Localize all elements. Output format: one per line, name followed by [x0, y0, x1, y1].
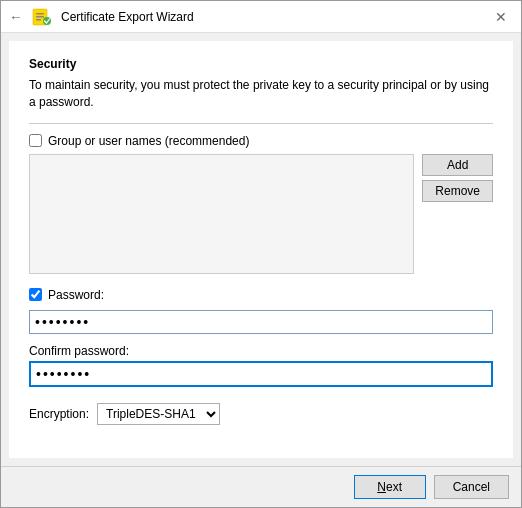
group-checkbox-label: Group or user names (recommended)	[48, 134, 249, 148]
remove-button[interactable]: Remove	[422, 180, 493, 202]
cancel-button[interactable]: Cancel	[434, 475, 509, 499]
group-checkbox[interactable]	[29, 134, 42, 147]
title-bar-left: ← Certificate Export Wizard	[9, 6, 194, 28]
password-checkbox-row: Password:	[29, 288, 493, 302]
window-title: Certificate Export Wizard	[61, 10, 194, 24]
password-field-group	[29, 310, 493, 334]
svg-rect-3	[36, 19, 41, 21]
encryption-select[interactable]: TripleDES-SHA1 AES256-SHA256	[97, 403, 220, 425]
confirm-password-group: Confirm password:	[29, 344, 493, 387]
main-content: Security To maintain security, you must …	[9, 41, 513, 458]
back-arrow-icon[interactable]: ←	[9, 9, 23, 25]
title-bar: ← Certificate Export Wizard ✕	[1, 1, 521, 33]
encryption-row: Encryption: TripleDES-SHA1 AES256-SHA256	[29, 403, 493, 425]
next-button[interactable]: Next	[354, 475, 426, 499]
group-buttons: Add Remove	[422, 154, 493, 274]
confirm-password-label: Confirm password:	[29, 344, 493, 358]
password-label: Password:	[48, 288, 104, 302]
wizard-icon	[31, 6, 53, 28]
encryption-label: Encryption:	[29, 407, 89, 421]
add-button[interactable]: Add	[422, 154, 493, 176]
section-title: Security	[29, 57, 493, 71]
svg-rect-1	[36, 13, 44, 15]
svg-rect-2	[36, 16, 44, 18]
password-checkbox[interactable]	[29, 288, 42, 301]
next-label: Next	[377, 480, 402, 494]
section-description: To maintain security, you must protect t…	[29, 77, 493, 111]
password-input[interactable]	[29, 310, 493, 334]
divider	[29, 123, 493, 124]
group-checkbox-row: Group or user names (recommended)	[29, 134, 493, 148]
group-panel	[29, 154, 414, 274]
footer: Next Cancel	[1, 466, 521, 507]
confirm-password-input[interactable]	[29, 361, 493, 387]
group-panel-row: Add Remove	[29, 154, 493, 274]
certificate-export-wizard: ← Certificate Export Wizard ✕ Security T…	[0, 0, 522, 508]
close-button[interactable]: ✕	[489, 5, 513, 29]
